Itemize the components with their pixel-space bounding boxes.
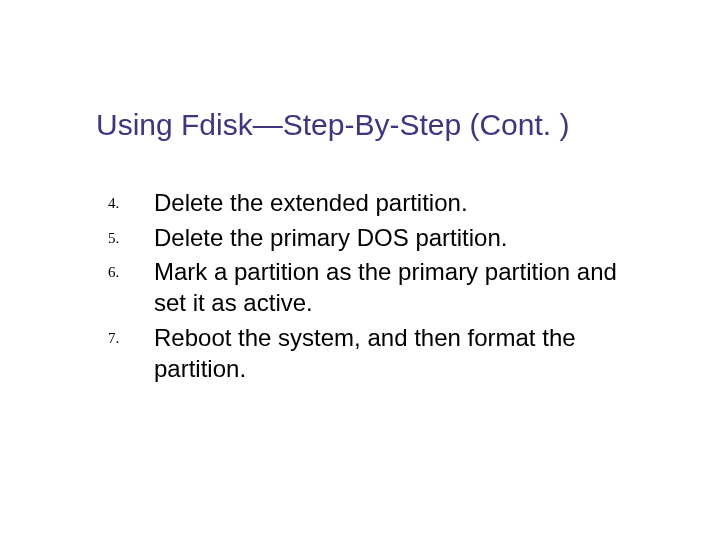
- ordered-list: 4. Delete the extended partition. 5. Del…: [108, 188, 640, 388]
- list-marker: 5.: [108, 223, 154, 247]
- list-item-text: Delete the primary DOS partition.: [154, 223, 640, 254]
- list-item: 7. Reboot the system, and then format th…: [108, 323, 640, 384]
- slide: Using Fdisk—Step-By-Step (Cont. ) 4. Del…: [0, 0, 720, 540]
- list-item: 6. Mark a partition as the primary parti…: [108, 257, 640, 318]
- list-marker: 7.: [108, 323, 154, 347]
- list-item: 4. Delete the extended partition.: [108, 188, 640, 219]
- list-item: 5. Delete the primary DOS partition.: [108, 223, 640, 254]
- list-item-text: Delete the extended partition.: [154, 188, 640, 219]
- slide-title: Using Fdisk—Step-By-Step (Cont. ): [96, 108, 660, 142]
- list-marker: 6.: [108, 257, 154, 281]
- list-marker: 4.: [108, 188, 154, 212]
- list-item-text: Reboot the system, and then format the p…: [154, 323, 640, 384]
- list-item-text: Mark a partition as the primary partitio…: [154, 257, 640, 318]
